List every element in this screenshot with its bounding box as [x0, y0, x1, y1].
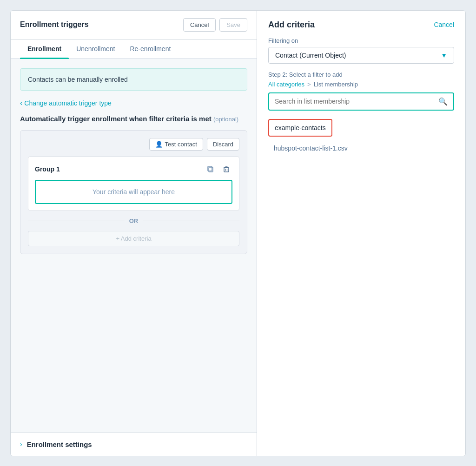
- left-panel: Enrollment triggers Cancel Save Enrollme…: [11, 11, 257, 456]
- dropdown-value: Contact (Current Object): [275, 52, 346, 59]
- list-item-example-contacts[interactable]: example-contacts: [268, 119, 332, 137]
- criteria-placeholder: Your criteria will appear here: [35, 180, 232, 204]
- trigger-optional: (optional): [213, 116, 238, 123]
- tab-reenrollment[interactable]: Re-enrollment: [122, 39, 178, 58]
- left-content: Contacts can be manually enrolled Change…: [11, 59, 257, 433]
- chevron-right-icon: ›: [20, 440, 22, 448]
- svg-rect-2: [224, 168, 229, 172]
- right-title: Add criteria: [268, 20, 315, 30]
- breadcrumb: All categories > List membership: [268, 81, 454, 88]
- or-text: OR: [129, 217, 139, 224]
- add-criteria-button[interactable]: + Add criteria: [28, 231, 239, 246]
- page-title: Enrollment triggers: [20, 20, 89, 29]
- change-trigger-label: Change automatic trigger type: [24, 99, 112, 107]
- right-header: Add criteria Cancel: [268, 20, 454, 30]
- trash-icon[interactable]: [220, 163, 232, 175]
- search-box: 🔍: [268, 92, 454, 111]
- save-button[interactable]: Save: [219, 18, 247, 32]
- group-box: Group 1: [28, 156, 239, 211]
- breadcrumb-all-categories[interactable]: All categories: [268, 81, 304, 88]
- header-buttons: Cancel Save: [183, 18, 247, 32]
- auto-trigger-heading: Automatically trigger enrollment when fi…: [20, 114, 247, 124]
- search-icon: 🔍: [438, 97, 448, 106]
- breadcrumb-current: List membership: [314, 81, 358, 88]
- group-header: Group 1: [35, 163, 232, 175]
- change-trigger-link[interactable]: Change automatic trigger type: [20, 99, 247, 107]
- right-panel: Add criteria Cancel Filtering on Contact…: [257, 11, 465, 456]
- enrollment-settings[interactable]: › Enrollment settings: [11, 433, 257, 456]
- tabs-bar: Enrollment Unenrollment Re-enrollment: [11, 39, 257, 59]
- step2-label: Step 2: Select a filter to add: [268, 71, 454, 78]
- test-contact-icon: 👤: [155, 141, 163, 148]
- tab-enrollment[interactable]: Enrollment: [20, 39, 69, 58]
- copy-icon[interactable]: [205, 163, 217, 175]
- enrollment-settings-label: Enrollment settings: [27, 440, 92, 448]
- test-contact-button[interactable]: 👤 Test contact: [149, 138, 203, 151]
- manual-enrolled-text: Contacts can be manually enrolled: [28, 76, 128, 83]
- left-header: Enrollment triggers Cancel Save: [11, 11, 257, 39]
- group-icons: [205, 163, 232, 175]
- tab-unenrollment[interactable]: Unenrollment: [69, 39, 122, 58]
- or-divider: OR: [28, 217, 239, 224]
- list-items: example-contacts hubspot-contact-list-1.…: [268, 119, 454, 158]
- cancel-button[interactable]: Cancel: [183, 18, 216, 32]
- search-input[interactable]: [275, 98, 438, 105]
- breadcrumb-separator: >: [307, 81, 311, 88]
- filter-box: 👤 Test contact Discard Group 1: [20, 130, 247, 254]
- filtering-dropdown[interactable]: Contact (Current Object) ▼: [268, 47, 454, 64]
- list-item-hubspot-contact-list[interactable]: hubspot-contact-list-1.csv: [268, 140, 454, 156]
- filtering-on-label: Filtering on: [268, 37, 454, 44]
- right-cancel-link[interactable]: Cancel: [434, 21, 454, 28]
- manual-enrolled-box: Contacts can be manually enrolled: [20, 68, 247, 91]
- discard-button[interactable]: Discard: [207, 138, 239, 151]
- dropdown-arrow-icon: ▼: [441, 52, 447, 59]
- filter-actions: 👤 Test contact Discard: [28, 138, 239, 151]
- group-title: Group 1: [35, 165, 60, 173]
